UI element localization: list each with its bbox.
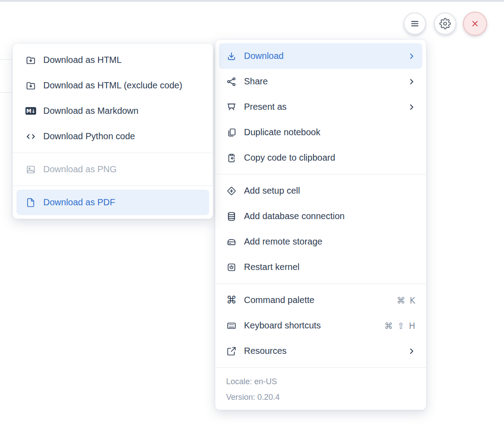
hamburger-icon <box>409 18 420 29</box>
menu-item-label: Download Python code <box>43 131 200 141</box>
menu-item-download-png[interactable]: Download as PNG <box>17 157 209 182</box>
menu-divider <box>215 367 426 368</box>
menu-item-copy-code[interactable]: Copy code to clipboard <box>219 145 422 170</box>
shortcut-hint: ⌘ ⇧ H <box>384 321 415 331</box>
menu-item-download-pdf[interactable]: Download as PDF <box>17 190 209 215</box>
menu-button[interactable] <box>404 12 426 35</box>
locale-info: Locale: en-US <box>226 374 415 390</box>
menu-item-present-as[interactable]: Present as <box>219 94 422 120</box>
menu-item-label: Resources <box>244 346 401 356</box>
close-icon <box>470 19 480 29</box>
download-icon <box>226 51 237 62</box>
gear-icon <box>439 18 451 29</box>
menu-item-label: Download as Markdown <box>43 106 200 116</box>
page-top-border <box>0 0 504 2</box>
menu-item-label: Add remote storage <box>244 237 415 247</box>
menu-item-download[interactable]: Download <box>219 43 422 69</box>
external-link-icon <box>226 346 237 357</box>
database-icon <box>226 211 237 222</box>
menu-footer: Locale: en-US Version: 0.20.4 <box>215 371 426 406</box>
menu-item-label: Download as HTML (exclude code) <box>43 80 200 91</box>
menu-item-label: Copy code to clipboard <box>244 153 415 163</box>
menu-item-download-markdown[interactable]: M↓ Download as Markdown <box>17 98 209 124</box>
menu-item-download-python[interactable]: Download Python code <box>17 124 209 149</box>
folder-download-icon <box>25 55 36 66</box>
menu-item-label: Download as HTML <box>43 55 200 65</box>
menu-item-command-palette[interactable]: ⌘ Command palette ⌘ K <box>219 287 422 313</box>
menu-item-label: Add database connection <box>244 211 415 221</box>
markdown-icon: M↓ <box>25 106 36 116</box>
version-info: Version: 0.20.4 <box>226 390 415 405</box>
menu-item-share[interactable]: Share <box>219 69 422 94</box>
chevron-right-icon <box>408 104 415 111</box>
menu-item-label: Present as <box>244 102 401 112</box>
folder-download-icon <box>25 80 36 91</box>
file-icon <box>25 197 36 208</box>
restart-kernel-icon <box>226 262 237 273</box>
menu-item-label: Download <box>244 51 401 61</box>
menu-divider <box>215 174 426 174</box>
menu-item-add-database[interactable]: Add database connection <box>219 203 422 229</box>
menu-item-label: Download as PDF <box>43 197 200 208</box>
menu-item-duplicate-notebook[interactable]: Duplicate notebook <box>219 120 422 145</box>
present-icon <box>226 102 237 112</box>
menu-item-resources[interactable]: Resources <box>219 338 422 364</box>
chevron-right-icon <box>408 348 415 355</box>
copy-clipboard-icon <box>226 153 237 163</box>
menu-item-label: Share <box>244 76 401 87</box>
close-button[interactable] <box>463 12 487 36</box>
code-icon <box>25 131 36 142</box>
menu-divider <box>13 153 213 153</box>
duplicate-icon <box>226 127 237 138</box>
download-submenu: Download as HTML Download as HTML (exclu… <box>12 43 213 219</box>
background-divider-line <box>0 92 13 93</box>
menu-item-label: Download as PNG <box>43 164 200 174</box>
menu-item-label: Add setup cell <box>244 186 415 196</box>
menu-item-label: Keyboard shortcuts <box>244 320 377 331</box>
menu-divider <box>215 283 426 284</box>
command-icon: ⌘ <box>226 295 237 306</box>
chevron-right-icon <box>408 53 415 60</box>
menu-item-label: Duplicate notebook <box>244 127 415 137</box>
menu-item-restart-kernel[interactable]: Restart kernel <box>219 254 422 280</box>
menu-item-add-setup-cell[interactable]: Add setup cell <box>219 178 422 203</box>
menu-item-label: Command palette <box>244 295 390 305</box>
add-setup-cell-icon <box>226 186 237 196</box>
remote-storage-icon <box>226 237 237 247</box>
background-divider-line <box>0 59 13 60</box>
menu-item-keyboard-shortcuts[interactable]: Keyboard shortcuts ⌘ ⇧ H <box>219 313 422 338</box>
menu-item-download-html-exclude-code[interactable]: Download as HTML (exclude code) <box>17 73 209 98</box>
chevron-right-icon <box>408 78 415 85</box>
menu-item-add-remote-storage[interactable]: Add remote storage <box>219 229 422 254</box>
menu-item-label: Restart kernel <box>244 262 415 272</box>
shortcut-hint: ⌘ K <box>397 295 415 305</box>
menu-item-download-html[interactable]: Download as HTML <box>17 47 209 73</box>
keyboard-icon <box>226 320 237 331</box>
share-icon <box>226 76 237 87</box>
notebook-context-menu: Download Share Present as Duplicate note… <box>215 39 426 410</box>
settings-button[interactable] <box>434 12 456 35</box>
menu-divider <box>13 186 213 186</box>
image-icon <box>25 164 36 175</box>
